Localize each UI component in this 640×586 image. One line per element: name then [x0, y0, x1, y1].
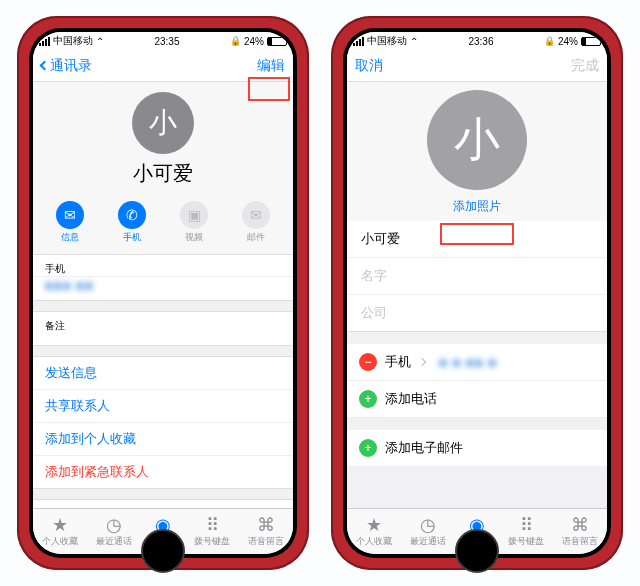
add-email-label: 添加电子邮件 — [385, 439, 463, 457]
link-share-contact[interactable]: 共享联系人 — [33, 389, 293, 422]
action-label: 手机 — [123, 231, 141, 244]
home-button[interactable] — [141, 529, 185, 573]
voicemail-icon: ⌘ — [257, 516, 275, 534]
message-icon: ✉ — [56, 201, 84, 229]
wifi-icon: ⌃ — [96, 36, 104, 47]
video-icon: ▣ — [180, 201, 208, 229]
content-scroll[interactable]: 小可爱 名字 公司 − 手机 ■ ■ ■■ ■ + 添加电话 + — [347, 221, 607, 508]
link-share-location[interactable]: 共享我的位置 — [33, 500, 293, 508]
home-button[interactable] — [455, 529, 499, 573]
action-mail: ✉ 邮件 — [242, 201, 270, 244]
add-icon: + — [359, 390, 377, 408]
tab-keypad[interactable]: ⠿拨号键盘 — [194, 516, 230, 548]
back-label: 通讯录 — [50, 57, 92, 75]
nav-bar: 取消 完成 — [347, 50, 607, 82]
notes-label[interactable]: 备注 — [33, 312, 293, 345]
phone-type-label[interactable]: 手机 — [385, 353, 411, 371]
add-phone-row[interactable]: + 添加电话 — [347, 381, 607, 418]
keypad-icon: ⠿ — [206, 516, 219, 534]
battery-percent: 24% — [558, 36, 578, 47]
edit-button[interactable]: 编辑 — [257, 57, 285, 75]
nav-bar: 通讯录 编辑 — [33, 50, 293, 82]
add-icon: + — [359, 439, 377, 457]
signal-icon — [353, 37, 364, 46]
link-send-message[interactable]: 发送信息 — [33, 357, 293, 389]
name-fields: 小可爱 名字 公司 — [347, 221, 607, 332]
action-label: 视频 — [185, 231, 203, 244]
tab-recents[interactable]: ◷最近通话 — [96, 516, 132, 548]
keypad-icon: ⠿ — [520, 516, 533, 534]
add-photo-link[interactable]: 添加照片 — [445, 196, 509, 217]
status-bar: 中国移动 ⌃ 23:35 🔒 24% — [33, 32, 293, 50]
phone-frame-view: 中国移动 ⌃ 23:35 🔒 24% 通讯录 编辑 — [17, 16, 309, 570]
phone-label: 手机 — [33, 255, 293, 276]
lock-icon: 🔒 — [230, 36, 241, 46]
cancel-button[interactable]: 取消 — [355, 57, 383, 75]
phone-frame-edit: 中国移动 ⌃ 23:36 🔒 24% 取消 完成 小 添加照片 — [331, 16, 623, 570]
clock-time: 23:35 — [154, 36, 179, 47]
add-email-row[interactable]: + 添加电子邮件 — [347, 430, 607, 467]
add-phone-label: 添加电话 — [385, 390, 437, 408]
action-message[interactable]: ✉ 信息 — [56, 201, 84, 244]
mail-icon: ✉ — [242, 201, 270, 229]
chevron-right-icon — [418, 358, 426, 366]
content-scroll[interactable]: 手机 ■■■ ■■ 备注 发送信息 共享联系人 添加到个人收藏 添加到紧急联系人… — [33, 254, 293, 508]
contact-hero: 小 小可爱 — [33, 82, 293, 195]
last-name-field[interactable]: 小可爱 — [347, 221, 607, 257]
action-call[interactable]: ✆ 手机 — [118, 201, 146, 244]
action-label: 信息 — [61, 231, 79, 244]
done-button: 完成 — [571, 57, 599, 75]
link-add-emergency[interactable]: 添加到紧急联系人 — [33, 455, 293, 488]
battery-icon — [581, 37, 601, 46]
tab-favorites[interactable]: ★个人收藏 — [356, 516, 392, 548]
clock-icon: ◷ — [420, 516, 436, 534]
status-bar: 中国移动 ⌃ 23:36 🔒 24% — [347, 32, 607, 50]
back-button[interactable]: 通讯录 — [41, 57, 92, 75]
phone-icon: ✆ — [118, 201, 146, 229]
tab-favorites[interactable]: ★个人收藏 — [42, 516, 78, 548]
contact-avatar: 小 — [132, 92, 194, 154]
company-field[interactable]: 公司 — [347, 294, 607, 331]
contact-avatar[interactable]: 小 — [427, 90, 527, 190]
action-video: ▣ 视频 — [180, 201, 208, 244]
contact-actions: ✉ 信息 ✆ 手机 ▣ 视频 ✉ 邮件 — [33, 195, 293, 254]
tab-voicemail[interactable]: ⌘语音留言 — [248, 516, 284, 548]
clock-time: 23:36 — [468, 36, 493, 47]
star-icon: ★ — [366, 516, 382, 534]
action-label: 邮件 — [247, 231, 265, 244]
tab-keypad[interactable]: ⠿拨号键盘 — [508, 516, 544, 548]
phone-value[interactable]: ■ ■ ■■ ■ — [439, 355, 497, 370]
tab-voicemail[interactable]: ⌘语音留言 — [562, 516, 598, 548]
tab-recents[interactable]: ◷最近通话 — [410, 516, 446, 548]
lock-icon: 🔒 — [544, 36, 555, 46]
phone-number[interactable]: ■■■ ■■ — [33, 276, 293, 300]
star-icon: ★ — [52, 516, 68, 534]
battery-percent: 24% — [244, 36, 264, 47]
link-add-favorites[interactable]: 添加到个人收藏 — [33, 422, 293, 455]
contact-name: 小可爱 — [133, 160, 193, 187]
battery-icon — [267, 37, 287, 46]
wifi-icon: ⌃ — [410, 36, 418, 47]
delete-phone-icon[interactable]: − — [359, 353, 377, 371]
first-name-field[interactable]: 名字 — [347, 257, 607, 294]
chevron-left-icon — [40, 61, 50, 71]
voicemail-icon: ⌘ — [571, 516, 589, 534]
signal-icon — [39, 37, 50, 46]
clock-icon: ◷ — [106, 516, 122, 534]
carrier-label: 中国移动 — [367, 34, 407, 48]
carrier-label: 中国移动 — [53, 34, 93, 48]
phone-row[interactable]: − 手机 ■ ■ ■■ ■ — [347, 344, 607, 381]
cancel-label: 取消 — [355, 57, 383, 75]
edit-hero: 小 添加照片 — [347, 82, 607, 221]
